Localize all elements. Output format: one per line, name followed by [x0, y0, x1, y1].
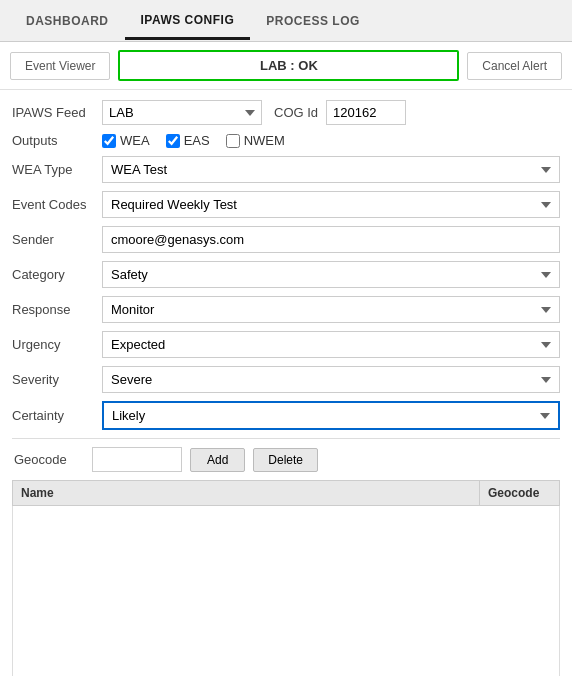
urgency-control: Expected Immediate Future Past Unknown — [102, 331, 560, 358]
wea-type-row: WEA Type WEA Test WEA Presidential WEA I… — [12, 156, 560, 183]
geocode-table: Name Geocode — [12, 480, 560, 506]
severity-label: Severity — [12, 372, 102, 387]
event-codes-row: Event Codes Required Weekly Test Emergen… — [12, 191, 560, 218]
outputs-row: Outputs WEA EAS NWEM — [12, 133, 560, 148]
geocode-label: Geocode — [14, 452, 84, 467]
table-header-geocode: Geocode — [480, 481, 560, 506]
response-row: Response Monitor Shelter Evacuate Prepar… — [12, 296, 560, 323]
action-bar: Event Viewer LAB : OK Cancel Alert — [0, 42, 572, 90]
ipaws-feed-select[interactable]: LAB PROD — [102, 100, 262, 125]
top-navigation: DASHBOARD IPAWS CONFIG PROCESS LOG — [0, 0, 572, 42]
table-header-row: Name Geocode — [13, 481, 560, 506]
delete-geocode-button[interactable]: Delete — [253, 448, 318, 472]
severity-control: Severe Extreme Moderate Minor Unknown — [102, 366, 560, 393]
sender-input[interactable] — [102, 226, 560, 253]
geocode-table-body — [12, 506, 560, 676]
geocode-input[interactable] — [92, 447, 182, 472]
urgency-label: Urgency — [12, 337, 102, 352]
table-header-name: Name — [13, 481, 480, 506]
event-codes-label: Event Codes — [12, 197, 102, 212]
category-select[interactable]: Safety Security Rescue Fire Health — [102, 261, 560, 288]
wea-label: WEA — [120, 133, 150, 148]
event-codes-select[interactable]: Required Weekly Test Emergency Alert Sev… — [102, 191, 560, 218]
eas-label: EAS — [184, 133, 210, 148]
ipaws-config-form: IPAWS Feed LAB PROD COG Id Outputs WEA E… — [0, 90, 572, 676]
wea-type-control: WEA Test WEA Presidential WEA Imminent T… — [102, 156, 560, 183]
ipaws-feed-row: IPAWS Feed LAB PROD COG Id — [12, 100, 560, 125]
nav-dashboard[interactable]: DASHBOARD — [10, 4, 125, 38]
cancel-alert-button[interactable]: Cancel Alert — [467, 52, 562, 80]
eas-checkbox-label[interactable]: EAS — [166, 133, 210, 148]
ipaws-feed-controls: LAB PROD COG Id — [102, 100, 560, 125]
lab-ok-button[interactable]: LAB : OK — [118, 50, 459, 81]
response-control: Monitor Shelter Evacuate Prepare — [102, 296, 560, 323]
add-geocode-button[interactable]: Add — [190, 448, 245, 472]
severity-row: Severity Severe Extreme Moderate Minor U… — [12, 366, 560, 393]
cog-id-input[interactable] — [326, 100, 406, 125]
nwem-checkbox[interactable] — [226, 134, 240, 148]
sender-control — [102, 226, 560, 253]
urgency-select[interactable]: Expected Immediate Future Past Unknown — [102, 331, 560, 358]
response-label: Response — [12, 302, 102, 317]
cog-id-label: COG Id — [274, 105, 318, 120]
wea-type-select[interactable]: WEA Test WEA Presidential WEA Imminent T… — [102, 156, 560, 183]
certainty-select[interactable]: Likely Observed Possible Unlikely Unknow… — [102, 401, 560, 430]
wea-type-label: WEA Type — [12, 162, 102, 177]
event-viewer-button[interactable]: Event Viewer — [10, 52, 110, 80]
sender-label: Sender — [12, 232, 102, 247]
urgency-row: Urgency Expected Immediate Future Past U… — [12, 331, 560, 358]
nwem-label: NWEM — [244, 133, 285, 148]
wea-checkbox-label[interactable]: WEA — [102, 133, 150, 148]
certainty-control: Likely Observed Possible Unlikely Unknow… — [102, 401, 560, 430]
severity-select[interactable]: Severe Extreme Moderate Minor Unknown — [102, 366, 560, 393]
certainty-label: Certainty — [12, 408, 102, 423]
event-codes-control: Required Weekly Test Emergency Alert Sev… — [102, 191, 560, 218]
outputs-area: WEA EAS NWEM — [102, 133, 285, 148]
nwem-checkbox-label[interactable]: NWEM — [226, 133, 285, 148]
nav-ipaws-config[interactable]: IPAWS CONFIG — [125, 3, 251, 40]
outputs-label: Outputs — [12, 133, 102, 148]
ipaws-feed-label: IPAWS Feed — [12, 105, 102, 120]
eas-checkbox[interactable] — [166, 134, 180, 148]
geocode-section: Geocode Add Delete Name Geocode — [12, 438, 560, 676]
category-row: Category Safety Security Rescue Fire Hea… — [12, 261, 560, 288]
sender-row: Sender — [12, 226, 560, 253]
geocode-controls-row: Geocode Add Delete — [12, 447, 560, 472]
category-control: Safety Security Rescue Fire Health — [102, 261, 560, 288]
certainty-row: Certainty Likely Observed Possible Unlik… — [12, 401, 560, 430]
nav-process-log[interactable]: PROCESS LOG — [250, 4, 376, 38]
wea-checkbox[interactable] — [102, 134, 116, 148]
response-select[interactable]: Monitor Shelter Evacuate Prepare — [102, 296, 560, 323]
category-label: Category — [12, 267, 102, 282]
